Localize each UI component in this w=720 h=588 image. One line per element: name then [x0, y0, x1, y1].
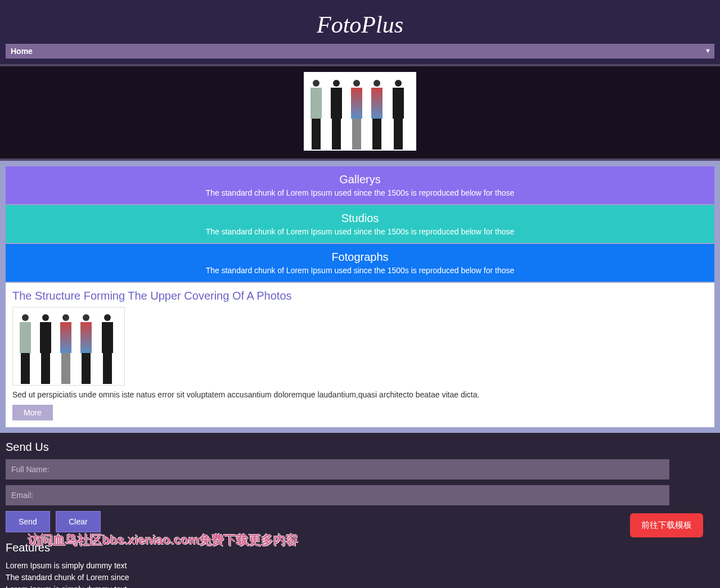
email-input[interactable] [6, 485, 669, 505]
footer: Send Us Send Clear Features Lorem Ipsum … [0, 433, 720, 588]
features-section: Features Lorem Ipsum is simply dummy tex… [6, 541, 714, 588]
list-item[interactable]: The standard chunk of Lorem since [6, 572, 714, 584]
full-name-input[interactable] [6, 459, 669, 480]
article-image [12, 307, 125, 386]
logo: FotoPlus [0, 8, 720, 44]
header: FotoPlus Home ▼ [0, 0, 720, 64]
article-body: Sed ut perspiciatis unde omnis iste natu… [12, 390, 708, 399]
hero-banner [0, 64, 720, 161]
nav-select[interactable]: Home [6, 44, 714, 58]
category-desc: The standard chunk of Lorem Ipsum used s… [6, 188, 714, 197]
category-title: Fotographs [6, 251, 714, 264]
features-list: Lorem Ipsum is simply dummy text The sta… [6, 560, 714, 588]
clear-button[interactable]: Clear [56, 511, 100, 532]
send-us-title: Send Us [6, 441, 714, 454]
list-item[interactable]: Lorem Ipsum is simply dummy text [6, 560, 714, 572]
list-item[interactable]: Lorem Ipsum is simply dummy text [6, 584, 714, 588]
hero-image [304, 72, 416, 151]
send-button[interactable]: Send [6, 511, 50, 532]
category-fotographs[interactable]: Fotographs The standard chunk of Lorem I… [6, 244, 714, 282]
category-desc: The standard chunk of Lorem Ipsum used s… [6, 227, 714, 236]
article-title: The Structure Forming The Upper Covering… [12, 290, 708, 302]
category-title: Studios [6, 212, 714, 225]
main-content: Gallerys The standard chunk of Lorem Ips… [0, 161, 720, 433]
form-buttons: Send Clear [6, 511, 714, 532]
nav-container: Home ▼ [0, 44, 720, 58]
category-studios[interactable]: Studios The standard chunk of Lorem Ipsu… [6, 205, 714, 243]
category-gallerys[interactable]: Gallerys The standard chunk of Lorem Ips… [6, 166, 714, 204]
category-title: Gallerys [6, 173, 714, 186]
category-desc: The standard chunk of Lorem Ipsum used s… [6, 266, 714, 275]
download-template-button[interactable]: 前往下载模板 [630, 513, 703, 537]
more-button[interactable]: More [12, 405, 53, 420]
article: The Structure Forming The Upper Covering… [6, 283, 714, 427]
features-title: Features [6, 541, 714, 554]
